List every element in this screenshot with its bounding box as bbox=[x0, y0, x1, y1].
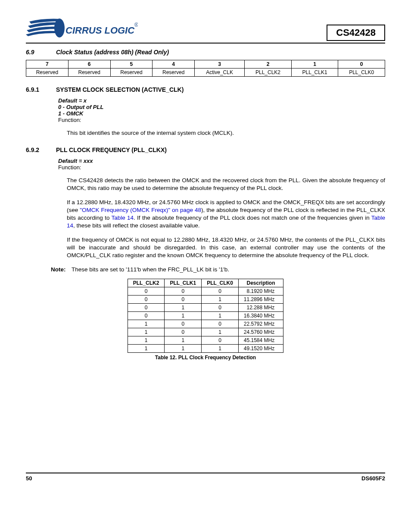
company-logo: CIRRUS LOGIC ® bbox=[26, 17, 138, 41]
table-row: 11149.1520 MHz bbox=[128, 345, 283, 353]
svg-text:CIRRUS LOGIC: CIRRUS LOGIC bbox=[65, 25, 135, 36]
body-paragraph: The CS42428 detects the ratio between th… bbox=[67, 177, 385, 192]
note: Note: These bits are set to '111'b when … bbox=[51, 266, 385, 273]
subsection-number: 6.9.2 bbox=[26, 146, 56, 153]
freq-table-cell: 0 bbox=[128, 312, 165, 320]
part-number: CS42428 bbox=[336, 27, 376, 38]
bit-field-table: 7 6 5 4 3 2 1 0 Reserved Reserved Reserv… bbox=[26, 60, 385, 77]
bit-header: 5 bbox=[110, 60, 153, 68]
cirrus-logo-icon: CIRRUS LOGIC ® bbox=[26, 17, 138, 41]
section-title-text: Clock Status (address 08h) (Read Only) bbox=[56, 49, 169, 56]
note-text: These bits are set to '111'b when the FR… bbox=[72, 266, 229, 273]
body-paragraph: If a 12.2880 MHz, 18.4320 MHz, or 24.576… bbox=[67, 199, 385, 230]
cross-reference-link[interactable]: "OMCK Frequency (OMCK Freqx)" on page 48 bbox=[80, 207, 201, 213]
frequency-table: PLL_CLK2PLL_CLK1PLL_CLK0Description 0008… bbox=[128, 279, 283, 353]
freq-table-cell: 0 bbox=[128, 304, 165, 312]
freq-table-cell: 1 bbox=[128, 320, 165, 328]
freq-table-cell: 1 bbox=[202, 345, 239, 353]
bit-cell: PLL_CLK2 bbox=[245, 68, 292, 77]
bit-header: 3 bbox=[195, 60, 245, 68]
freq-table-header: Description bbox=[238, 279, 283, 287]
bit-header: 1 bbox=[291, 60, 338, 68]
default-block: Default = xxx Function: bbox=[58, 158, 385, 171]
freq-table-cell: 0 bbox=[128, 287, 165, 296]
default-line: 1 - OMCK bbox=[58, 110, 385, 117]
freq-table-cell: 16.3840 MHz bbox=[238, 312, 283, 320]
bit-cell: Reserved bbox=[68, 68, 110, 77]
default-line: 0 - Output of PLL bbox=[58, 104, 385, 110]
table-row: 01116.3840 MHz bbox=[128, 312, 283, 320]
freq-table-cell: 12.288 MHz bbox=[238, 304, 283, 312]
freq-table-cell: 1 bbox=[165, 304, 202, 312]
bit-header: 0 bbox=[338, 60, 385, 68]
bit-header: 4 bbox=[153, 60, 195, 68]
freq-table-cell: 0 bbox=[165, 287, 202, 296]
table-caption: Table 12. PLL Clock Frequency Detection bbox=[26, 355, 385, 361]
section-number: 6.9 bbox=[26, 49, 56, 56]
freq-table-cell: 49.1520 MHz bbox=[238, 345, 283, 353]
bit-cell: Active_CLK bbox=[195, 68, 245, 77]
freq-table-header: PLL_CLK2 bbox=[128, 279, 165, 287]
bit-cell: PLL_CLK0 bbox=[338, 68, 385, 77]
default-value: Default = x bbox=[58, 97, 385, 104]
subsection-heading: 6.9.1 SYSTEM CLOCK SELECTION (ACTIVE_CLK… bbox=[26, 86, 385, 93]
page-header: CIRRUS LOGIC ® CS42428 bbox=[26, 17, 385, 44]
freq-table-cell: 1 bbox=[128, 336, 165, 345]
default-block: Default = x 0 - Output of PLL 1 - OMCK F… bbox=[58, 97, 385, 123]
freq-table-cell: 1 bbox=[128, 328, 165, 336]
table-row: 01012.288 MHz bbox=[128, 304, 283, 312]
freq-table-cell: 1 bbox=[202, 312, 239, 320]
freq-table-cell: 0 bbox=[165, 320, 202, 328]
subsection-title: SYSTEM CLOCK SELECTION (ACTIVE_CLK) bbox=[56, 86, 184, 93]
function-label: Function: bbox=[58, 117, 385, 123]
freq-table-header: PLL_CLK1 bbox=[165, 279, 202, 287]
note-label: Note: bbox=[51, 266, 72, 273]
freq-table-cell: 22.5792 MHz bbox=[238, 320, 283, 328]
body-paragraph: This bit identifies the source of the in… bbox=[67, 129, 385, 137]
table-row: 0008.1920 MHz bbox=[128, 287, 283, 296]
bit-cell: Reserved bbox=[153, 68, 195, 77]
bit-cell: Reserved bbox=[26, 68, 68, 77]
bit-cell: Reserved bbox=[110, 68, 153, 77]
subsection-heading: 6.9.2 PLL CLOCK FREQUENCY (PLL_CLKX) bbox=[26, 146, 385, 153]
table-row: 00111.2896 MHz bbox=[128, 296, 283, 304]
bit-header: 2 bbox=[245, 60, 292, 68]
freq-table-cell: 1 bbox=[165, 345, 202, 353]
freq-table-cell: 0 bbox=[165, 328, 202, 336]
svg-point-0 bbox=[54, 19, 65, 37]
page-number: 50 bbox=[26, 475, 32, 482]
cross-reference-link[interactable]: Table 14 bbox=[111, 215, 134, 221]
freq-table-cell: 8.1920 MHz bbox=[238, 287, 283, 296]
bit-cell: PLL_CLK1 bbox=[291, 68, 338, 77]
subsection-title: PLL CLOCK FREQUENCY (PLL_CLKX) bbox=[56, 146, 167, 153]
freq-table-cell: 45.1584 MHz bbox=[238, 336, 283, 345]
freq-table-header: PLL_CLK0 bbox=[202, 279, 239, 287]
bit-header: 7 bbox=[26, 60, 68, 68]
section-heading: 6.9 Clock Status (address 08h) (Read Onl… bbox=[26, 49, 385, 56]
part-number-box: CS42428 bbox=[327, 25, 385, 41]
function-label: Function: bbox=[58, 164, 385, 171]
subsection-number: 6.9.1 bbox=[26, 86, 56, 93]
svg-text:®: ® bbox=[134, 22, 138, 28]
freq-table-cell: 0 bbox=[202, 336, 239, 345]
freq-table-cell: 1 bbox=[165, 336, 202, 345]
body-paragraph: If the frequency of OMCK is not equal to… bbox=[67, 236, 385, 260]
freq-table-cell: 24.5760 MHz bbox=[238, 328, 283, 336]
table-row: 10124.5760 MHz bbox=[128, 328, 283, 336]
freq-table-cell: 0 bbox=[202, 304, 239, 312]
table-row: 11045.1584 MHz bbox=[128, 336, 283, 345]
freq-table-cell: 0 bbox=[128, 296, 165, 304]
freq-table-cell: 1 bbox=[165, 312, 202, 320]
freq-table-cell: 0 bbox=[202, 287, 239, 296]
freq-table-cell: 1 bbox=[202, 296, 239, 304]
table-row: 10022.5792 MHz bbox=[128, 320, 283, 328]
freq-table-cell: 0 bbox=[165, 296, 202, 304]
document-id: DS605F2 bbox=[361, 475, 385, 482]
freq-table-cell: 11.2896 MHz bbox=[238, 296, 283, 304]
page-footer: 50 DS605F2 bbox=[26, 473, 385, 482]
freq-table-cell: 0 bbox=[202, 320, 239, 328]
bit-header: 6 bbox=[68, 60, 110, 68]
freq-table-cell: 1 bbox=[202, 328, 239, 336]
freq-table-cell: 1 bbox=[128, 345, 165, 353]
default-value: Default = xxx bbox=[58, 158, 385, 164]
